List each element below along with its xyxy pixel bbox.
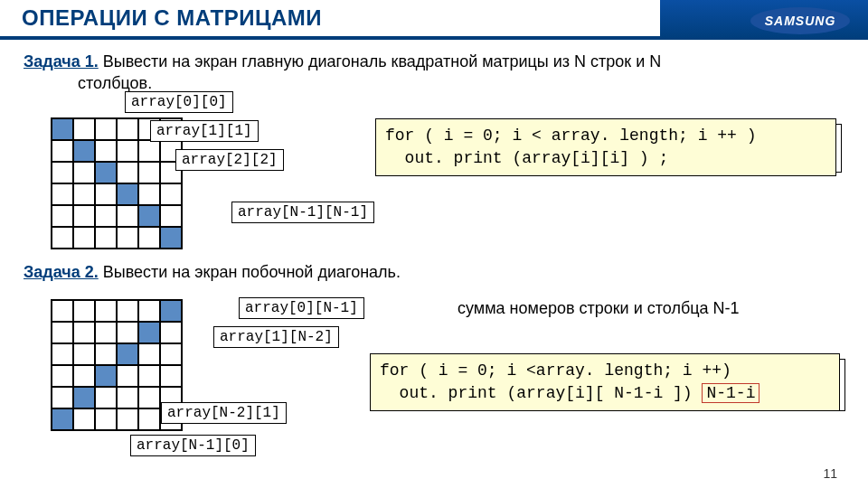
page-number: 11 (823, 466, 837, 481)
label-a11: array[1][1] (150, 120, 259, 142)
label-a0n1: array[0][N-1] (239, 297, 364, 319)
label-an10: array[N-1][0] (130, 435, 256, 456)
code2-l1: for ( i = 0; i <array. length; i ++) (380, 361, 731, 380)
label-a22: array[2][2] (175, 149, 284, 171)
label-a1n2: array[1][N-2] (213, 326, 339, 348)
code1-box: for ( i = 0; i < array. length; i ++ ) o… (375, 118, 836, 176)
task2-diagram: array[0][N-1] array[1][N-2] array[N-2][1… (24, 292, 844, 464)
code1-l2: out. print (array[i][i] ) ; (385, 149, 668, 167)
content-area: Задача 1. Вывести на экран главную диаго… (0, 40, 868, 464)
code2-l2p1: out. print (array[i][ N-1-i ]) (380, 384, 702, 402)
page-title: ОПЕРАЦИИ С МАТРИЦАМИ (22, 5, 322, 31)
task1-label: Задача 1. (24, 52, 99, 70)
task1-text: Задача 1. Вывести на экран главную диаго… (24, 51, 844, 95)
task2-text: Задача 2. Вывести на экран побочной диаг… (24, 261, 844, 283)
brand-text: SAMSUNG (750, 7, 850, 34)
code2-highlight: N-1-i (702, 383, 760, 403)
task2-body: Вывести на экран побочной диагональ. (99, 263, 401, 281)
task2-info: сумма номеров строки и столбца N-1 (458, 299, 740, 318)
task1-diagram: array[0][0] array[1][1] array[2][2] arra… (24, 104, 844, 256)
header-bar: ОПЕРАЦИИ С МАТРИЦАМИ SAMSUNG (0, 0, 868, 40)
label-a00: array[0][0] (125, 91, 233, 113)
task1-line1: Вывести на экран главную диагональ квадр… (99, 52, 662, 70)
code2-box: for ( i = 0; i <array. length; i ++) out… (370, 353, 840, 411)
brand-logo: SAMSUNG (750, 7, 850, 34)
task2-label: Задача 2. (24, 263, 99, 281)
label-an21: array[N-2][1] (161, 402, 287, 424)
code1-l1: for ( i = 0; i < array. length; i ++ ) (385, 127, 756, 145)
label-aNN: array[N-1][N-1] (231, 202, 374, 223)
